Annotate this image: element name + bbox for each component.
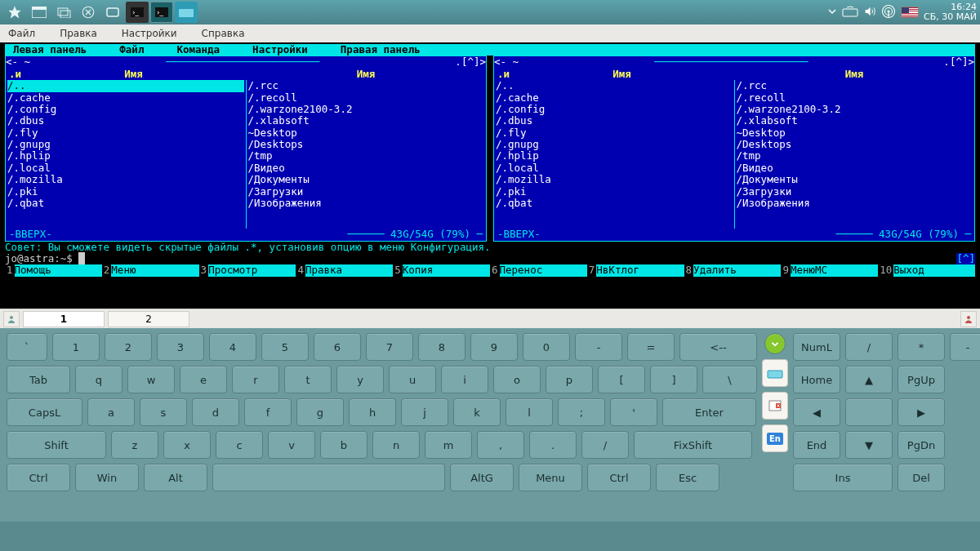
close-keyboard-icon[interactable] — [762, 392, 788, 420]
key-4[interactable]: 4 — [209, 333, 256, 361]
fkey-2[interactable]: 2Меню — [102, 264, 199, 276]
menu-help[interactable]: Справка — [202, 28, 245, 39]
key-<--[interactable]: <-- — [679, 333, 757, 361]
file-entry[interactable]: /.. — [496, 80, 733, 91]
file-entry[interactable]: /.local — [496, 162, 733, 174]
key-v[interactable]: v — [268, 431, 315, 459]
file-entry[interactable]: /Видео — [737, 162, 973, 174]
file-entry[interactable]: /.qbat — [496, 198, 733, 209]
file-column[interactable]: /../.cache/.config/.dbus/.fly/.gnupg/.hp… — [494, 80, 735, 229]
file-entry[interactable]: /.qbat — [7, 198, 244, 209]
file-entry[interactable]: /tmp — [737, 150, 973, 162]
file-entry[interactable]: /.warzone2100-3.2 — [248, 104, 485, 115]
key-=[interactable]: = — [627, 333, 675, 361]
file-entry[interactable]: /Desktops — [737, 139, 973, 150]
key-1[interactable]: 1 — [52, 333, 100, 361]
key-m[interactable]: m — [425, 431, 472, 459]
file-entry[interactable]: /.xlabsoft — [737, 115, 973, 127]
key-b[interactable]: b — [320, 431, 368, 459]
key-Shift[interactable]: Shift — [7, 431, 106, 459]
key-0[interactable]: 0 — [523, 333, 570, 361]
file-entry[interactable]: /.config — [496, 104, 733, 115]
file-entry[interactable]: /.mozilla — [7, 174, 244, 185]
file-entry[interactable]: /Загрузки — [248, 186, 485, 198]
volume-icon[interactable] — [863, 5, 876, 20]
mc-menu-command[interactable]: Команда — [176, 44, 220, 56]
numkey-/[interactable]: / — [845, 333, 893, 361]
file-entry[interactable]: /.fly — [7, 127, 244, 139]
file-entry[interactable]: /.xlabsoft — [248, 115, 485, 127]
key-AltG[interactable]: AltG — [450, 464, 514, 491]
key-Win[interactable]: Win — [75, 464, 139, 491]
terminal-task-2-icon[interactable]: ›_ — [150, 2, 173, 23]
key-FixShift[interactable]: FixShift — [634, 431, 752, 459]
key-6[interactable]: 6 — [314, 333, 361, 361]
file-entry[interactable]: /.hplip — [7, 150, 244, 162]
file-entry[interactable]: /.cache — [7, 92, 244, 104]
file-entry[interactable]: /.recoll — [248, 92, 485, 104]
key-d[interactable]: d — [192, 398, 239, 426]
key-e[interactable]: e — [180, 366, 227, 393]
tab-user-icon-left[interactable] — [3, 311, 20, 327]
menu-file[interactable]: Файл — [8, 28, 35, 39]
fkey-9[interactable]: 9МенюMC — [781, 264, 878, 276]
key-l[interactable]: l — [506, 398, 553, 426]
file-entry[interactable]: /.hplip — [496, 150, 733, 162]
menu-settings[interactable]: Настройки — [122, 28, 177, 39]
key-Tab[interactable]: Tab — [7, 366, 70, 393]
key-'[interactable]: ' — [610, 398, 657, 426]
mc-menu-right-panel[interactable]: Правая панель — [341, 44, 421, 56]
key-;[interactable]: ; — [558, 398, 605, 426]
mc-menu-file[interactable]: Файл — [119, 44, 144, 56]
start-menu-icon[interactable] — [3, 2, 26, 23]
fkey-10[interactable]: 10Выход — [878, 264, 975, 276]
file-entry[interactable]: /.dbus — [496, 115, 733, 127]
key--[interactable]: - — [575, 333, 622, 361]
key-u[interactable]: u — [389, 366, 436, 393]
key-k[interactable]: k — [453, 398, 501, 426]
file-entry[interactable]: /.pki — [7, 186, 244, 198]
fkey-8[interactable]: 8Удалить — [684, 264, 782, 276]
key-t[interactable]: t — [284, 366, 332, 393]
key-r[interactable]: r — [232, 366, 279, 393]
desktop-icon[interactable] — [101, 2, 124, 23]
file-entry[interactable]: /.rcc — [248, 80, 485, 91]
file-entry[interactable]: /.recoll — [737, 92, 973, 104]
key-][interactable]: ] — [650, 366, 697, 393]
key-q[interactable]: q — [75, 366, 122, 393]
menu-edit[interactable]: Правка — [60, 28, 97, 39]
file-entry[interactable]: /tmp — [248, 150, 485, 162]
key-y[interactable]: y — [336, 366, 384, 393]
numkey-▲[interactable]: ▲ — [845, 366, 893, 393]
key-Ctrl[interactable]: Ctrl — [7, 464, 70, 491]
numkey-Home[interactable]: Home — [793, 366, 840, 393]
mc-menu-settings[interactable]: Настройки — [252, 44, 308, 56]
numkey-PgUp[interactable]: PgUp — [898, 366, 945, 393]
flag-icon[interactable] — [901, 7, 919, 18]
key-,[interactable]: , — [477, 431, 524, 459]
terminal-task-1-icon[interactable]: ›_ — [126, 2, 149, 23]
key-2[interactable]: 2 — [105, 333, 152, 361]
file-entry[interactable]: ~Desktop — [737, 127, 973, 139]
numkey-◀[interactable]: ◀ — [793, 398, 840, 426]
key-Alt[interactable]: Alt — [144, 464, 207, 491]
file-entry[interactable]: /.local — [7, 162, 244, 174]
key-CapsL[interactable]: CapsL — [7, 398, 82, 426]
key-7[interactable]: 7 — [366, 333, 413, 361]
tab-2[interactable]: 2 — [108, 311, 189, 327]
keyboard-tray-icon[interactable] — [842, 6, 858, 20]
onscreen-keyboard-task-icon[interactable] — [175, 2, 198, 23]
file-entry[interactable]: /Загрузки — [737, 186, 973, 198]
key-3[interactable]: 3 — [157, 333, 204, 361]
file-entry[interactable]: /.config — [7, 104, 244, 115]
key-8[interactable]: 8 — [418, 333, 466, 361]
network-icon[interactable] — [881, 4, 896, 21]
file-column[interactable]: /.rcc/.recoll/.warzone2100-3.2/.xlabsoft… — [735, 80, 975, 229]
clock[interactable]: 16:24 СБ, 30 МАЙ — [924, 2, 977, 22]
shell-prompt[interactable]: jo@astra:~$ [^] — [5, 253, 975, 264]
keyboard-config-icon[interactable] — [762, 359, 788, 387]
key-\[interactable]: \ — [702, 366, 757, 393]
key-Esc[interactable]: Esc — [656, 464, 719, 491]
key-Menu[interactable]: Menu — [519, 464, 582, 491]
file-entry[interactable]: /.gnupg — [496, 139, 733, 150]
